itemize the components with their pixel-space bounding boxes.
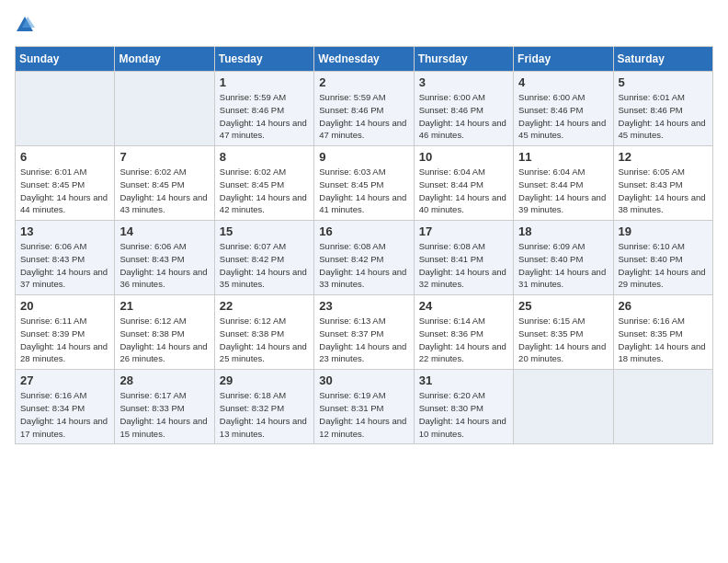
calendar-day-cell: 22Sunrise: 6:12 AM Sunset: 8:38 PM Dayli…	[214, 295, 313, 370]
day-info: Sunrise: 6:07 AM Sunset: 8:42 PM Dayligh…	[220, 240, 309, 291]
day-number: 6	[20, 150, 109, 164]
calendar-day-cell: 2Sunrise: 5:59 AM Sunset: 8:46 PM Daylig…	[314, 72, 414, 146]
day-info: Sunrise: 6:06 AM Sunset: 8:43 PM Dayligh…	[20, 240, 109, 291]
page-header	[15, 15, 713, 35]
day-info: Sunrise: 6:15 AM Sunset: 8:35 PM Dayligh…	[518, 315, 608, 365]
calendar-day-cell: 4Sunrise: 6:00 AM Sunset: 8:46 PM Daylig…	[514, 72, 613, 146]
calendar-day-cell: 13Sunrise: 6:06 AM Sunset: 8:43 PM Dayli…	[16, 221, 115, 295]
day-info: Sunrise: 6:16 AM Sunset: 8:35 PM Dayligh…	[619, 315, 708, 365]
day-number: 14	[119, 224, 209, 238]
calendar-day-cell: 24Sunrise: 6:14 AM Sunset: 8:36 PM Dayli…	[414, 295, 513, 370]
day-number: 23	[319, 299, 408, 313]
calendar-week-row: 6Sunrise: 6:01 AM Sunset: 8:45 PM Daylig…	[16, 146, 713, 221]
day-info: Sunrise: 6:02 AM Sunset: 8:45 PM Dayligh…	[220, 166, 309, 216]
calendar-day-cell: 25Sunrise: 6:15 AM Sunset: 8:35 PM Dayli…	[514, 295, 613, 370]
calendar-week-row: 13Sunrise: 6:06 AM Sunset: 8:43 PM Dayli…	[16, 221, 713, 295]
calendar-day-cell: 8Sunrise: 6:02 AM Sunset: 8:45 PM Daylig…	[214, 146, 313, 221]
day-number: 1	[220, 75, 309, 89]
calendar-day-cell: 23Sunrise: 6:13 AM Sunset: 8:37 PM Dayli…	[314, 295, 414, 370]
day-number: 5	[619, 75, 708, 89]
day-info: Sunrise: 6:16 AM Sunset: 8:34 PM Dayligh…	[20, 389, 109, 440]
day-number: 21	[119, 299, 209, 313]
day-info: Sunrise: 6:01 AM Sunset: 8:46 PM Dayligh…	[619, 91, 708, 142]
calendar-day-cell: 19Sunrise: 6:10 AM Sunset: 8:40 PM Dayli…	[613, 221, 712, 295]
day-info: Sunrise: 6:13 AM Sunset: 8:37 PM Dayligh…	[319, 315, 408, 365]
day-info: Sunrise: 6:08 AM Sunset: 8:42 PM Dayligh…	[319, 240, 408, 291]
day-number: 27	[20, 373, 109, 387]
day-info: Sunrise: 6:04 AM Sunset: 8:44 PM Dayligh…	[518, 166, 608, 216]
weekday-header: Saturday	[613, 47, 712, 72]
weekday-header: Friday	[514, 47, 613, 72]
day-info: Sunrise: 5:59 AM Sunset: 8:46 PM Dayligh…	[220, 91, 309, 142]
day-info: Sunrise: 6:17 AM Sunset: 8:33 PM Dayligh…	[119, 389, 209, 440]
day-info: Sunrise: 6:12 AM Sunset: 8:38 PM Dayligh…	[119, 315, 209, 365]
day-number: 10	[419, 150, 508, 164]
weekday-header: Sunday	[16, 47, 115, 72]
day-info: Sunrise: 6:02 AM Sunset: 8:45 PM Dayligh…	[119, 166, 209, 216]
day-info: Sunrise: 6:01 AM Sunset: 8:45 PM Dayligh…	[20, 166, 109, 216]
weekday-header: Wednesday	[314, 47, 414, 72]
day-number: 25	[518, 299, 608, 313]
calendar-day-cell	[514, 370, 613, 444]
day-info: Sunrise: 6:00 AM Sunset: 8:46 PM Dayligh…	[518, 91, 608, 142]
calendar-day-cell: 10Sunrise: 6:04 AM Sunset: 8:44 PM Dayli…	[414, 146, 513, 221]
day-info: Sunrise: 6:08 AM Sunset: 8:41 PM Dayligh…	[419, 240, 508, 291]
calendar-week-row: 20Sunrise: 6:11 AM Sunset: 8:39 PM Dayli…	[16, 295, 713, 370]
calendar-day-cell: 7Sunrise: 6:02 AM Sunset: 8:45 PM Daylig…	[115, 146, 214, 221]
day-number: 26	[619, 299, 708, 313]
day-info: Sunrise: 6:12 AM Sunset: 8:38 PM Dayligh…	[220, 315, 309, 365]
calendar-day-cell: 18Sunrise: 6:09 AM Sunset: 8:40 PM Dayli…	[514, 221, 613, 295]
weekday-header: Tuesday	[214, 47, 313, 72]
calendar-day-cell: 14Sunrise: 6:06 AM Sunset: 8:43 PM Dayli…	[115, 221, 214, 295]
logo	[15, 15, 39, 35]
calendar-day-cell: 28Sunrise: 6:17 AM Sunset: 8:33 PM Dayli…	[115, 370, 214, 444]
day-number: 3	[419, 75, 508, 89]
calendar-day-cell: 30Sunrise: 6:19 AM Sunset: 8:31 PM Dayli…	[314, 370, 414, 444]
logo-icon	[15, 15, 35, 35]
calendar-day-cell: 11Sunrise: 6:04 AM Sunset: 8:44 PM Dayli…	[514, 146, 613, 221]
day-number: 31	[419, 373, 508, 387]
day-info: Sunrise: 6:00 AM Sunset: 8:46 PM Dayligh…	[419, 91, 508, 142]
calendar-day-cell: 20Sunrise: 6:11 AM Sunset: 8:39 PM Dayli…	[16, 295, 115, 370]
day-number: 16	[319, 224, 408, 238]
day-info: Sunrise: 6:05 AM Sunset: 8:43 PM Dayligh…	[619, 166, 708, 216]
calendar-day-cell	[16, 72, 115, 146]
calendar-day-cell	[115, 72, 214, 146]
day-info: Sunrise: 6:19 AM Sunset: 8:31 PM Dayligh…	[319, 389, 408, 440]
day-info: Sunrise: 6:20 AM Sunset: 8:30 PM Dayligh…	[419, 389, 508, 440]
day-info: Sunrise: 6:11 AM Sunset: 8:39 PM Dayligh…	[20, 315, 109, 365]
day-info: Sunrise: 5:59 AM Sunset: 8:46 PM Dayligh…	[319, 91, 408, 142]
calendar-day-cell: 12Sunrise: 6:05 AM Sunset: 8:43 PM Dayli…	[613, 146, 712, 221]
day-number: 4	[518, 75, 608, 89]
weekday-header: Thursday	[414, 47, 513, 72]
day-info: Sunrise: 6:04 AM Sunset: 8:44 PM Dayligh…	[419, 166, 508, 216]
calendar-day-cell: 26Sunrise: 6:16 AM Sunset: 8:35 PM Dayli…	[613, 295, 712, 370]
calendar-week-row: 1Sunrise: 5:59 AM Sunset: 8:46 PM Daylig…	[16, 72, 713, 146]
calendar-day-cell: 15Sunrise: 6:07 AM Sunset: 8:42 PM Dayli…	[214, 221, 313, 295]
day-number: 19	[619, 224, 708, 238]
day-number: 9	[319, 150, 408, 164]
calendar-day-cell: 5Sunrise: 6:01 AM Sunset: 8:46 PM Daylig…	[613, 72, 712, 146]
day-number: 11	[518, 150, 608, 164]
day-number: 29	[220, 373, 309, 387]
calendar-day-cell: 27Sunrise: 6:16 AM Sunset: 8:34 PM Dayli…	[16, 370, 115, 444]
day-info: Sunrise: 6:03 AM Sunset: 8:45 PM Dayligh…	[319, 166, 408, 216]
calendar-day-cell: 3Sunrise: 6:00 AM Sunset: 8:46 PM Daylig…	[414, 72, 513, 146]
calendar-week-row: 27Sunrise: 6:16 AM Sunset: 8:34 PM Dayli…	[16, 370, 713, 444]
day-number: 15	[220, 224, 309, 238]
calendar-table: SundayMondayTuesdayWednesdayThursdayFrid…	[15, 46, 713, 444]
day-number: 12	[619, 150, 708, 164]
calendar-day-cell: 17Sunrise: 6:08 AM Sunset: 8:41 PM Dayli…	[414, 221, 513, 295]
weekday-header: Monday	[115, 47, 214, 72]
day-number: 13	[20, 224, 109, 238]
day-info: Sunrise: 6:09 AM Sunset: 8:40 PM Dayligh…	[518, 240, 608, 291]
day-number: 8	[220, 150, 309, 164]
day-number: 7	[119, 150, 209, 164]
calendar-day-cell: 6Sunrise: 6:01 AM Sunset: 8:45 PM Daylig…	[16, 146, 115, 221]
day-number: 20	[20, 299, 109, 313]
day-number: 18	[518, 224, 608, 238]
day-number: 30	[319, 373, 408, 387]
day-number: 24	[419, 299, 508, 313]
calendar-day-cell: 21Sunrise: 6:12 AM Sunset: 8:38 PM Dayli…	[115, 295, 214, 370]
day-number: 28	[119, 373, 209, 387]
